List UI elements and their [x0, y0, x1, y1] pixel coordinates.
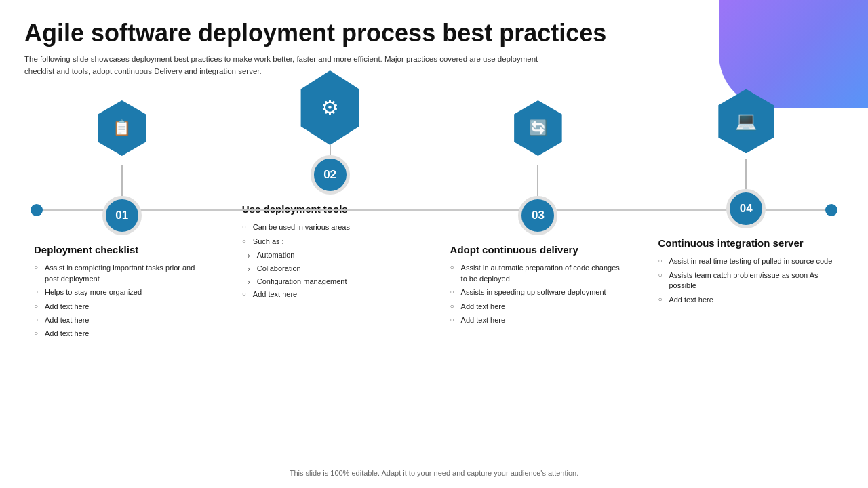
sub-list-item: Configuration management — [248, 277, 418, 287]
list-item: Assist in real time testing of pulled in… — [658, 256, 834, 266]
node-1: 01 — [102, 196, 142, 235]
list-item: Assists team catch problem/issue as soon… — [658, 270, 834, 291]
bullet-list-4: Assist in real time testing of pulled in… — [658, 256, 834, 305]
bullet-list-1: Assist in completing important tasks pri… — [34, 263, 210, 339]
list-item: Can be used in various areas — [242, 222, 418, 232]
col-title-1: Deployment checklist — [34, 243, 210, 257]
hexagon-1: 📋 — [94, 100, 150, 156]
list-item: Add text here — [242, 289, 418, 300]
icon-tools: ⚙ — [321, 96, 339, 119]
hexagon-2: ⚙ — [296, 70, 364, 145]
list-item: Helps to stay more organized — [34, 287, 210, 298]
node-3: 03 — [518, 196, 557, 235]
list-item: Add text here — [34, 302, 210, 312]
column-4: 💻 04 Continuous integration server Assis… — [658, 84, 834, 308]
column-2: ⚙ 02 Use deployment tools Can be used in… — [242, 70, 418, 304]
hex-icon-2: ⚙ — [296, 70, 364, 145]
content-4: Continuous integration server Assist in … — [658, 237, 834, 308]
list-item: Such as : — [242, 237, 418, 247]
hex-icon-1: 📋 — [88, 91, 156, 165]
connector-1 — [121, 165, 123, 196]
icon-checklist: 📋 — [113, 119, 131, 137]
list-item: Assist in automatic preparation of code … — [450, 263, 627, 284]
sub-list-item: Automation — [248, 250, 418, 260]
list-item: Assists in speeding up software deployme… — [450, 287, 627, 298]
node-label-1: 01 — [115, 209, 128, 222]
node-label-2: 02 — [323, 168, 336, 182]
list-item: Add text here — [450, 302, 627, 312]
content-2: Use deployment tools Can be used in vari… — [242, 203, 418, 304]
hex-icon-4: 💻 — [712, 84, 780, 159]
timeline-left-dot — [31, 204, 43, 216]
col-title-3: Adopt continuous delivery — [450, 243, 627, 257]
node-2: 02 — [311, 155, 350, 195]
icon-server: 💻 — [735, 110, 757, 131]
col-title-4: Continuous integration server — [658, 237, 834, 250]
list-item: Add text here — [34, 315, 210, 325]
list-item: Add text here — [450, 315, 627, 325]
connector-3 — [537, 165, 538, 196]
list-item: Add text here — [34, 329, 210, 339]
sub-bullet-list-2: Automation Collaboration Configuration m… — [248, 250, 418, 287]
node-label-3: 03 — [532, 209, 545, 222]
hex-icon-3: 🔄 — [504, 91, 572, 165]
column-1: 📋 01 Deployment checklist Assist in comp… — [34, 91, 210, 343]
visual-section: 📋 01 Deployment checklist Assist in comp… — [0, 91, 868, 343]
content-3: Adopt continuous delivery Assist in auto… — [450, 243, 627, 329]
list-item: Add text here — [658, 295, 834, 305]
bullet-list-3: Assist in automatic preparation of code … — [450, 263, 627, 325]
page-subtitle: The following slide showcases deployment… — [24, 54, 567, 77]
timeline-line — [34, 209, 834, 211]
footer: This slide is 100% editable. Adapt it to… — [0, 469, 868, 483]
page-title: Agile software deployment process best p… — [24, 19, 844, 47]
hexagon-3: 🔄 — [510, 100, 566, 156]
columns-container: 📋 01 Deployment checklist Assist in comp… — [34, 91, 834, 343]
connector-2 — [330, 145, 331, 155]
sub-list-item: Collaboration — [248, 264, 418, 274]
list-item: Assist in completing important tasks pri… — [34, 263, 210, 284]
extra-bullet-2: Add text here — [242, 289, 418, 300]
bullet-list-2: Can be used in various areas Such as : — [242, 222, 418, 247]
content-1: Deployment checklist Assist in completin… — [34, 243, 210, 343]
node-label-4: 04 — [740, 202, 753, 216]
icon-delivery: 🔄 — [529, 119, 547, 137]
hexagon-4: 💻 — [714, 89, 778, 153]
main-content: Agile software deployment process best p… — [0, 0, 868, 77]
connector-4 — [745, 159, 747, 189]
node-4: 04 — [726, 189, 766, 228]
timeline-right-dot — [825, 204, 837, 216]
